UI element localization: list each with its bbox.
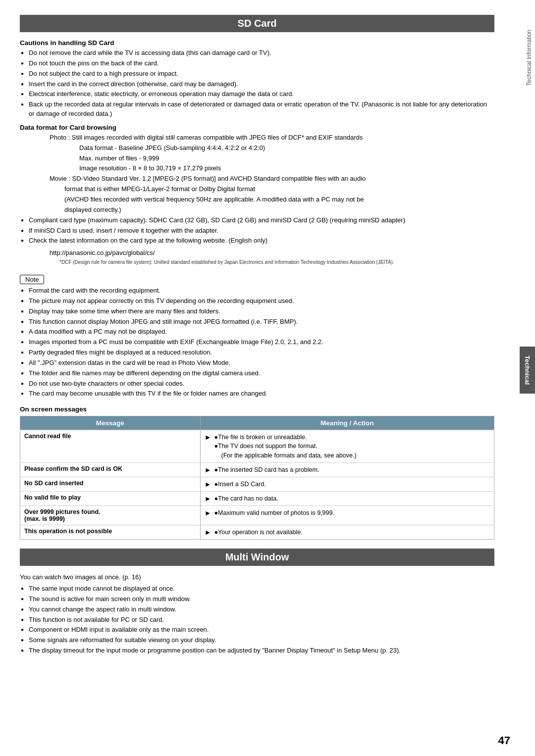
action-line: ●The inserted SD card has a problem.	[214, 465, 320, 474]
table-row: Cannot read file ► ●The file is broken o…	[20, 430, 494, 462]
col-message-header: Message	[20, 416, 201, 430]
multi-window-section: Multi Window You can watch two images at…	[20, 549, 494, 655]
multi-window-header: Multi Window	[20, 549, 494, 566]
movie-line4: displayed correctly.)	[20, 205, 494, 215]
dcf-footnote: *DCF (Design rule for camera file system…	[59, 259, 494, 266]
arrow-icon: ►	[205, 480, 212, 488]
action-cell: ► ●Your operation is not available.	[200, 525, 494, 540]
photo-indent2: Max. number of files - 9,999	[20, 154, 494, 163]
list-item: If miniSD Card is used, insert / remove …	[20, 226, 494, 236]
action-text: ●Your operation is not available.	[214, 528, 303, 537]
action-cell: ► ●Insert a SD Card.	[200, 477, 494, 491]
on-screen-messages-section: On screen messages Message Meaning / Act…	[20, 405, 494, 540]
list-item: This function cannot display Motion JPEG…	[20, 317, 494, 327]
list-item: Some signals are reformatted for suitabl…	[20, 636, 494, 645]
arrow-icon: ►	[205, 528, 212, 536]
action-line: ●The TV does not support the format.	[214, 442, 357, 451]
action-line: ●Maximum valid number of photos is 9,999…	[214, 508, 334, 517]
multi-window-bullets: The same input mode cannot be displayed …	[20, 584, 494, 655]
data-format-bullets: Compliant card type (maximum capacity): …	[20, 216, 494, 246]
arrow-icon: ►	[205, 495, 212, 503]
cautions-title: Cautions in handling SD Card	[20, 39, 494, 47]
table-row: Please confirm the SD card is OK ► ●The …	[20, 462, 494, 477]
action-cell: ► ●The file is broken or unreadable. ●Th…	[200, 430, 494, 462]
action-line: (For the applicable formats and data, se…	[214, 451, 357, 460]
action-line: ●The file is broken or unreadable.	[214, 433, 357, 442]
list-item: Partly degraded files might be displayed…	[20, 348, 494, 357]
list-item: The display timeout for the input mode o…	[20, 646, 494, 655]
action-text: ●The inserted SD card has a problem.	[214, 465, 320, 474]
message-cell: Please confirm the SD card is OK	[20, 462, 201, 477]
table-row: No valid file to play ► ●The card has no…	[20, 491, 494, 505]
message-cell: This operation is not possible	[20, 525, 201, 540]
list-item: The picture may not appear correctly on …	[20, 297, 494, 306]
photo-indent3: Image resolution - 8 × 8 to 30,719 × 17,…	[20, 164, 494, 173]
technical-label: Technical	[520, 347, 535, 394]
message-text-line1: Over 9999 pictures found.	[24, 508, 101, 515]
action-text: ●The file is broken or unreadable. ●The …	[214, 433, 357, 459]
col-action-header: Meaning / Action	[200, 416, 494, 430]
action-text: ●The card has no data.	[214, 494, 278, 503]
list-item: Images imported from a PC must be compat…	[20, 338, 494, 347]
list-item: Check the latest information on the card…	[20, 236, 494, 246]
movie-line2: format that is either MPEG-1/Layer-2 for…	[20, 185, 494, 194]
main-content: SD Card Cautions in handling SD Card Do …	[20, 15, 515, 655]
action-text: ●Maximum valid number of photos is 9,999…	[214, 508, 334, 517]
message-cell: Over 9999 pictures found. (max. is 9999)	[20, 506, 201, 525]
list-item: Insert the card in the correct direction…	[20, 80, 494, 89]
message-text-line2: (max. is 9999)	[24, 515, 65, 522]
list-item: A data modified with a PC may not be dis…	[20, 327, 494, 337]
list-item: Back up the recorded data at regular int…	[20, 100, 494, 119]
list-item: All ".JPG" extension datas in the card w…	[20, 358, 494, 368]
list-item: The folder and file names may be differe…	[20, 369, 494, 378]
on-screen-title: On screen messages	[20, 405, 494, 413]
action-line: ●The card has no data.	[214, 494, 278, 503]
list-item: Display may take some time when there ar…	[20, 307, 494, 316]
action-cell: ► ●Maximum valid number of photos is 9,9…	[200, 506, 494, 525]
list-item: Do not use two-byte characters or other …	[20, 379, 494, 389]
list-item: Electrical interference, static electric…	[20, 90, 494, 99]
table-row: No SD card inserted ► ●Insert a SD Card.	[20, 477, 494, 491]
arrow-icon: ►	[205, 433, 212, 441]
list-item: Component or HDMI input is available onl…	[20, 625, 494, 635]
action-text: ●Insert a SD Card.	[214, 480, 266, 489]
list-item: The sound is active for main screen only…	[20, 595, 494, 604]
list-item: You cannot change the aspect ratio in mu…	[20, 605, 494, 614]
list-item: The same input mode cannot be displayed …	[20, 584, 494, 594]
action-cell: ► ●The inserted SD card has a problem.	[200, 462, 494, 477]
arrow-icon: ►	[205, 509, 212, 517]
website-link: http://panasonic.co.jp/pavc/global/cs/	[50, 249, 494, 258]
movie-line1: Movie : SD-Video Standard Ver. 1.2 [MPEG…	[20, 174, 494, 184]
table-row: Over 9999 pictures found. (max. is 9999)…	[20, 506, 494, 525]
arrow-icon: ►	[205, 466, 212, 474]
action-cell: ► ●The card has no data.	[200, 491, 494, 505]
cautions-list: Do not remove the card while the TV is a…	[20, 49, 494, 119]
action-line: ●Insert a SD Card.	[214, 480, 266, 489]
page-number: 47	[498, 734, 510, 747]
multi-window-intro: You can watch two images at once. (p. 16…	[20, 573, 494, 582]
technical-information-label: Technical Information	[526, 30, 533, 86]
note-label: Note	[20, 275, 44, 284]
table-row: This operation is not possible ► ●Your o…	[20, 525, 494, 540]
data-format-title: Data format for Card browsing	[20, 124, 494, 131]
movie-line3: (AVCHD files recorded with vertical freq…	[20, 195, 494, 204]
list-item: Do not touch the pins on the back of the…	[20, 59, 494, 68]
list-item: Format the card with the recording equip…	[20, 286, 494, 296]
list-item: Do not remove the card while the TV is a…	[20, 49, 494, 58]
messages-table: Message Meaning / Action Cannot read fil…	[20, 416, 494, 540]
list-item: The card may become unusable with this T…	[20, 389, 494, 399]
photo-indent1: Data format - Baseline JPEG (Sub-samplin…	[20, 144, 494, 153]
photo-line1: Photo : Still images recorded with digit…	[20, 133, 494, 143]
sdcard-section-header: SD Card	[20, 15, 494, 32]
action-line: ●Your operation is not available.	[214, 528, 303, 537]
list-item: Do not subject the card to a high pressu…	[20, 69, 494, 79]
note-list: Format the card with the recording equip…	[20, 286, 494, 399]
message-cell: Cannot read file	[20, 430, 201, 462]
message-cell: No valid file to play	[20, 491, 201, 505]
message-cell: No SD card inserted	[20, 477, 201, 491]
list-item: This function is not available for PC or…	[20, 615, 494, 625]
list-item: Compliant card type (maximum capacity): …	[20, 216, 494, 225]
